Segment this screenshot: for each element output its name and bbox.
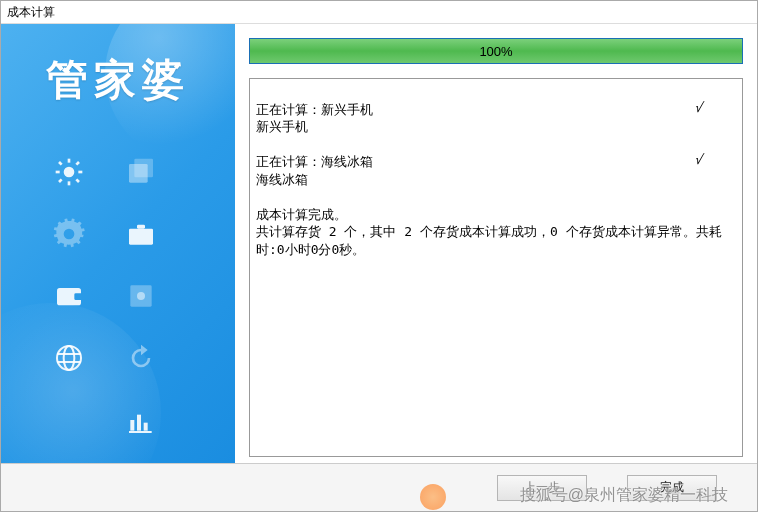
svg-rect-11 bbox=[129, 229, 153, 245]
svg-point-0 bbox=[64, 167, 75, 178]
svg-rect-22 bbox=[137, 415, 141, 431]
svg-rect-10 bbox=[134, 159, 153, 178]
sidebar-icon-grid bbox=[51, 154, 201, 463]
svg-line-5 bbox=[59, 162, 62, 165]
wallet-icon bbox=[51, 278, 87, 314]
log-line: 海线冰箱 bbox=[256, 172, 308, 187]
svg-rect-14 bbox=[74, 293, 82, 300]
log-line: 共计算存货 2 个，其中 2 个存货成本计算成功，0 个存货成本计算异常。共耗时… bbox=[256, 224, 722, 257]
blank-icon bbox=[51, 402, 87, 438]
prev-button: 上一步 bbox=[497, 475, 587, 501]
sun-icon bbox=[51, 154, 87, 190]
bar-chart-icon bbox=[123, 402, 159, 438]
progress-bar: 100% bbox=[249, 38, 743, 64]
undo-icon bbox=[123, 340, 159, 376]
done-button[interactable]: 完成 bbox=[627, 475, 717, 501]
brand-logo-text: 管家婆 bbox=[1, 52, 235, 108]
log-line: 成本计算完成。 bbox=[256, 207, 347, 222]
svg-point-16 bbox=[137, 292, 145, 300]
svg-line-8 bbox=[76, 162, 79, 165]
gear-icon bbox=[51, 216, 87, 252]
log-line: 正在计算：海线冰箱 bbox=[256, 154, 373, 169]
dialog-content: 管家婆 100% 正在计算：新兴手机 新兴手机√ bbox=[1, 23, 757, 463]
log-line: 新兴手机 bbox=[256, 119, 308, 134]
check-icon: √ bbox=[694, 151, 702, 169]
globe-icon bbox=[51, 340, 87, 376]
svg-line-6 bbox=[76, 179, 79, 182]
check-icon: √ bbox=[694, 99, 702, 117]
window-title: 成本计算 bbox=[1, 1, 757, 23]
log-line: 正在计算：新兴手机 bbox=[256, 102, 373, 117]
progress-label: 100% bbox=[250, 39, 742, 63]
svg-point-18 bbox=[64, 346, 75, 370]
briefcase-icon bbox=[123, 216, 159, 252]
svg-point-17 bbox=[57, 346, 81, 370]
dialog-footer: 上一步 完成 bbox=[1, 463, 757, 511]
safe-icon bbox=[123, 278, 159, 314]
svg-rect-23 bbox=[144, 423, 148, 431]
svg-rect-12 bbox=[137, 225, 145, 229]
watermark-logo-icon bbox=[420, 484, 446, 510]
svg-rect-21 bbox=[130, 420, 134, 431]
stack-icon bbox=[123, 154, 159, 190]
main-panel: 100% 正在计算：新兴手机 新兴手机√ 正在计算：海线冰箱 海线冰箱√ 成本计… bbox=[235, 24, 757, 463]
sidebar-banner: 管家婆 bbox=[1, 24, 235, 463]
log-output[interactable]: 正在计算：新兴手机 新兴手机√ 正在计算：海线冰箱 海线冰箱√ 成本计算完成。 … bbox=[249, 78, 743, 457]
cost-calc-dialog: 成本计算 管家婆 100% bbox=[0, 0, 758, 512]
svg-line-7 bbox=[59, 179, 62, 182]
